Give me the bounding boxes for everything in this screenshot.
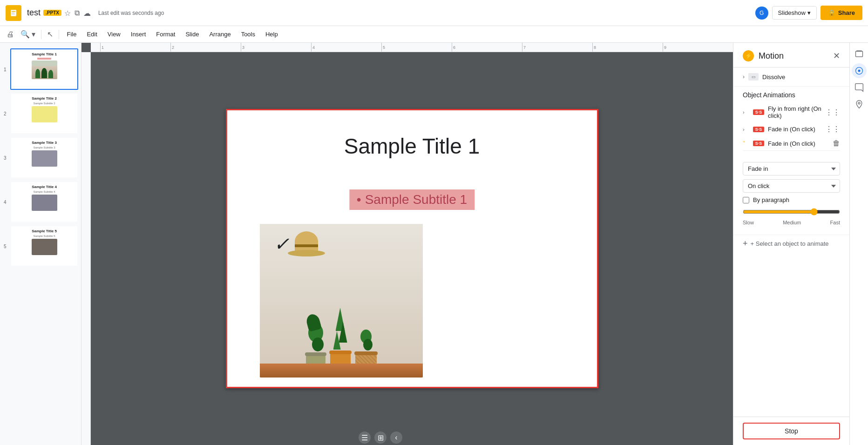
slide-transition-header[interactable]: › ▭ Dissolve [743,73,840,81]
speed-labels: Slow Medium Fast [743,220,840,225]
cloud-icon[interactable]: ☁ [83,9,91,18]
thumb-sub-3: Sample Subtitle 3 [33,146,55,149]
anim-row-2[interactable]: › S·S Fade in (On click) ⋮⋮ [743,122,840,136]
zoom-button[interactable]: 🔍 ▾ [18,28,38,40]
slide-grid-view-button[interactable]: ⊞ [374,432,387,444]
nike-swoosh: ✓ [274,233,290,255]
slideshow-label: Slideshow [778,9,806,16]
anim-badge-2: S·S [753,127,764,132]
menu-arrange[interactable]: Arrange [204,29,235,40]
canvas-area: 1 2 3 4 5 6 7 8 9 Sample Title 1 Sample … [81,43,733,445]
by-paragraph-label[interactable]: By paragraph [753,196,789,203]
slide-subtitle-text: Sample Subtitle 1 [365,192,467,207]
menu-file[interactable]: File [62,29,81,40]
ruler-vertical [81,52,91,445]
transition-icon: ▭ [748,73,759,81]
slide-subtitle[interactable]: Sample Subtitle 1 [349,189,475,210]
doc-name[interactable]: test [27,8,41,18]
svg-rect-2 [12,11,15,12]
toolbar-divider-2 [59,30,59,39]
animation-type-select[interactable]: Fade in [743,162,840,175]
anim-delete-button-3[interactable]: 🗑 [833,139,840,148]
slide-thumb-1[interactable]: 1 Sample Title 1 [10,48,78,90]
motion-icon: ⚡ [743,50,754,61]
svg-rect-4 [12,13,15,14]
sidebar-slides-icon[interactable] [852,47,867,61]
slide-thumb-3[interactable]: 3 Sample Title 3 Sample Subtitle 3 [10,137,78,178]
folder-icon[interactable]: ⧉ [75,9,80,17]
sidebar-explore-icon[interactable] [852,63,867,78]
anim-label-1: Fly in from right (On click) [768,105,821,119]
share-button[interactable]: 🔒 Share [821,6,862,20]
speed-slow-label: Slow [743,220,754,225]
select-object-label: + Select an object to animate [751,240,829,247]
slide-list-view-button[interactable]: ☰ [359,432,371,444]
sidebar-maps-icon[interactable] [852,97,867,112]
svg-rect-3 [12,13,15,13]
print-button[interactable]: 🖨 [4,28,17,40]
motion-panel: ⚡ Motion ✕ › ▭ Dissolve Object Animation… [733,43,849,445]
menu-edit[interactable]: Edit [82,29,102,40]
speed-slider[interactable] [743,208,840,216]
ruler-mark: 6 [452,43,522,52]
add-object-icon: + [743,239,748,249]
svg-point-8 [858,70,860,72]
svg-rect-5 [855,51,862,57]
ruler-mark: 5 [381,43,452,52]
slide-panel-toggle[interactable]: ‹ [390,432,402,444]
anim-expanded-controls: Fade in On click By paragraph Slow Mediu… [733,157,849,235]
slide-image[interactable]: ✓ [260,224,423,378]
right-sidebar [849,43,868,445]
anim-row-3[interactable]: ˅ S·S Fade in (On click) 🗑 [743,136,840,151]
trigger-type-select[interactable]: On click [743,179,840,193]
slide-canvas[interactable]: Sample Title 1 Sample Subtitle 1 ✓ [226,109,598,388]
menu-help[interactable]: Help [261,29,283,40]
menu-tools[interactable]: Tools [237,29,260,40]
ruler-mark: 7 [522,43,592,52]
thumb-sub-5: Sample Subtitle 5 [33,235,55,237]
transition-name: Dissolve [762,74,785,81]
anim-row-1[interactable]: › S·S Fly in from right (On click) ⋮⋮ [743,102,840,122]
menu-format[interactable]: Format [151,29,180,40]
slideshow-button[interactable]: Slideshow ▾ [772,6,817,20]
speed-medium-label: Medium [783,220,801,225]
ruler-mark: 1 [100,43,170,52]
menu-slide[interactable]: Slide [181,29,203,40]
slide-num-4: 4 [4,199,7,204]
sidebar-comments-icon[interactable] [852,80,867,95]
lock-icon: 🔒 [828,9,835,16]
slide-panel: 1 Sample Title 1 [0,43,81,445]
svg-rect-6 [856,51,862,52]
stop-button[interactable]: Stop [743,423,840,439]
cursor-button[interactable]: ↖ [44,28,56,40]
object-animations-title: Object Animations [743,91,840,99]
anim-dots-1[interactable]: ⋮⋮ [825,108,840,117]
star-icon[interactable]: ☆ [64,9,71,18]
motion-title: Motion [759,51,784,61]
slide-thumb-5[interactable]: 5 Sample Title 5 Sample Subtitle 5 [10,225,78,267]
menu-insert[interactable]: Insert [126,29,151,40]
by-paragraph-row: By paragraph [743,196,840,203]
anim-chevron-1: › [743,109,749,115]
anim-label-3: Fade in (On click) [768,140,829,147]
motion-close-button[interactable]: ✕ [833,51,840,61]
ruler-horizontal: 1 2 3 4 5 6 7 8 9 [91,43,733,52]
plant-group [305,308,378,373]
doc-status: Last edit was seconds ago [98,10,164,16]
slide-thumb-2[interactable]: 2 Sample Title 2 Sample Subtitle 2 [10,93,78,134]
thumb-sub-4: Sample Subtitle 4 [33,190,55,193]
anim-dots-2[interactable]: ⋮⋮ [825,125,840,134]
object-animations-section: Object Animations › S·S Fly in from righ… [733,87,849,157]
motion-panel-header: ⚡ Motion ✕ [733,43,849,67]
toolbar-divider-1 [41,30,41,39]
menu-view[interactable]: View [103,29,125,40]
select-object-row[interactable]: + + Select an object to animate [733,235,849,252]
slide-thumb-4[interactable]: 4 Sample Title 4 Sample Subtitle 4 [10,181,78,222]
by-paragraph-checkbox[interactable] [743,197,749,203]
thumb-title-2: Sample Title 2 [32,96,57,101]
app-icon [6,5,21,21]
slide-title[interactable]: Sample Title 1 [344,134,480,159]
slideshow-chevron-icon[interactable]: ▾ [807,9,811,16]
ruler-mark: 3 [241,43,311,52]
ruler-mark: 8 [592,43,663,52]
